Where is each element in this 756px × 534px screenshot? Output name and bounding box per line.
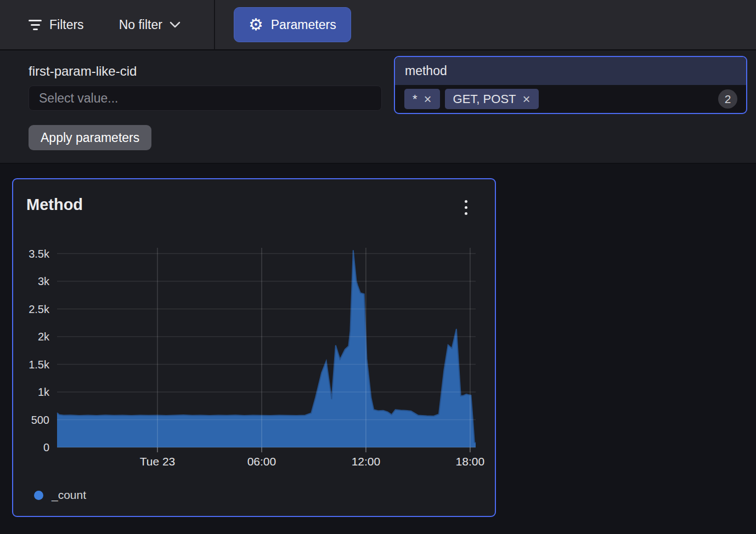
x-axis-tick-label: 06:00 — [247, 455, 277, 468]
param2-tags-row: *×GET, POST× 2 — [395, 85, 746, 113]
y-axis-tick-label: 2.5k — [13, 303, 49, 316]
dashboard-canvas: Method 05001k1.5k2k2.5k3k3.5k Tue 2306:0… — [0, 164, 756, 533]
chevron-down-icon — [169, 21, 181, 29]
remove-tag-icon[interactable]: × — [424, 93, 432, 106]
toolbar-divider — [214, 0, 215, 50]
x-axis-tick-label: Tue 23 — [140, 455, 176, 468]
y-axis-tick-label: 1k — [13, 385, 49, 399]
filter-select-label: No filter — [119, 18, 162, 32]
parameters-button-label: Parameters — [271, 18, 336, 32]
legend-series-label: _count — [52, 488, 86, 502]
chart-plot-area[interactable] — [57, 248, 476, 447]
param1-label: first-param-like-cid — [29, 64, 137, 79]
filters-label: Filters — [49, 18, 84, 32]
y-axis-tick-label: 500 — [13, 413, 49, 427]
remove-tag-icon[interactable]: × — [523, 93, 531, 106]
param2-tag: *× — [404, 89, 440, 109]
filters-button[interactable]: Filters — [29, 18, 84, 32]
panel-options-kebab-icon[interactable] — [462, 198, 470, 217]
param2-tag-label: * — [413, 92, 418, 106]
param2-count-badge: 2 — [718, 89, 737, 109]
filter-select-dropdown[interactable]: No filter — [119, 18, 181, 32]
parameters-button[interactable]: ⚙ Parameters — [234, 7, 351, 42]
x-axis-tick-label: 12:00 — [352, 455, 381, 468]
chart-legend[interactable]: _count — [34, 488, 86, 502]
y-axis-tick-label: 3k — [13, 275, 49, 288]
y-axis-tick-label: 0 — [13, 441, 49, 454]
legend-series-dot — [34, 491, 43, 500]
y-axis-tick-label: 1.5k — [13, 358, 49, 371]
top-toolbar: Filters No filter ⚙ Parameters — [0, 0, 756, 50]
panel-title: Method — [26, 196, 83, 214]
area-series-count — [57, 250, 476, 447]
y-axis-tick-label: 3.5k — [13, 247, 49, 260]
y-axis-tick-label: 2k — [13, 330, 49, 343]
method-chart-panel: Method 05001k1.5k2k2.5k3k3.5k Tue 2306:0… — [12, 178, 496, 517]
param2-header[interactable]: method — [395, 57, 746, 85]
parameters-section: first-param-like-cid Apply parameters me… — [0, 50, 756, 164]
param2-tag: GET, POST× — [445, 89, 539, 109]
param1-select-input[interactable] — [29, 86, 382, 111]
filter-icon — [29, 20, 42, 30]
gear-icon: ⚙ — [249, 16, 263, 33]
param2-tag-label: GET, POST — [453, 92, 516, 106]
param2-method-box[interactable]: method *×GET, POST× 2 — [394, 56, 747, 114]
param2-label: method — [405, 64, 447, 78]
x-axis-tick-label: 18:00 — [456, 455, 485, 468]
apply-parameters-button[interactable]: Apply parameters — [29, 125, 151, 150]
